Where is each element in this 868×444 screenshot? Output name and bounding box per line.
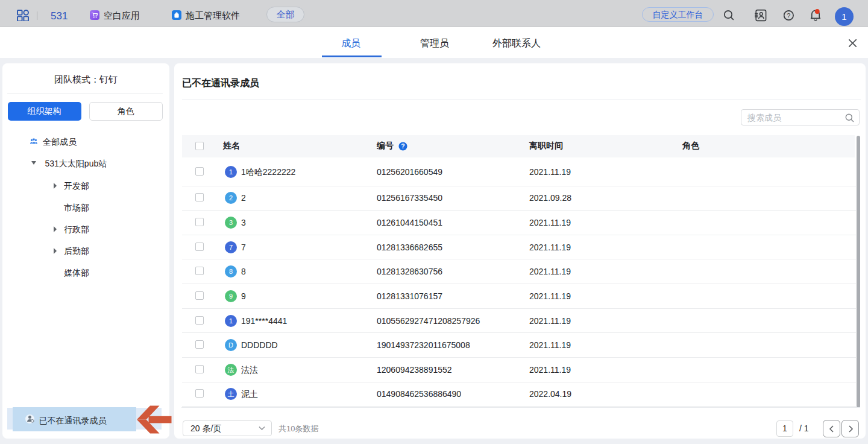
svg-text:?: ?	[787, 11, 790, 19]
svg-text:?: ?	[401, 142, 404, 150]
